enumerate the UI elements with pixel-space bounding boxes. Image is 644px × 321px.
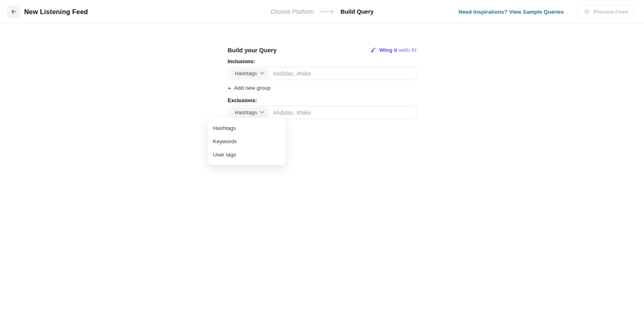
menu-item-hashtags[interactable]: Hashtags [208, 121, 286, 135]
wing-it-label: Wing it [379, 47, 397, 53]
type-dropdown-menu: Hashtags Keywords User tags [208, 117, 286, 165]
quill-sparkle-icon [370, 47, 379, 54]
exclusions-type-select[interactable]: Hashtags [231, 107, 268, 118]
preview-feed-label: Preview Feed [593, 9, 628, 15]
add-new-group-label: Add new group [234, 85, 270, 91]
section-title: Build your Query [228, 47, 277, 54]
top-bar: New Listening Feed Choose Platform Build… [0, 0, 644, 24]
with-ai-label: with AI [399, 47, 417, 53]
eye-icon [584, 8, 590, 15]
inclusions-type-select[interactable]: Hashtags [231, 68, 268, 79]
preview-feed-button[interactable]: Preview Feed [577, 5, 634, 18]
plus-icon: + [228, 85, 231, 91]
arrow-right-icon [320, 9, 334, 14]
query-builder: Build your Query Wing it with AI Inclusi… [228, 24, 417, 119]
inclusions-type-value: Hashtags [235, 70, 257, 76]
back-button[interactable] [7, 5, 21, 19]
inclusions-field: Hashtags [228, 67, 417, 80]
breadcrumb-stepper: Choose Platform Build Query [270, 8, 374, 15]
view-sample-queries-link[interactable]: Need Inspirations? View Sample Queries [458, 9, 564, 15]
add-new-group-button[interactable]: + Add new group [228, 85, 271, 91]
menu-item-keywords[interactable]: Keywords [208, 135, 286, 148]
page-title: New Listening Feed [24, 8, 88, 16]
chevron-down-icon [260, 72, 264, 74]
header-actions: Need Inspirations? View Sample Queries P… [458, 5, 634, 18]
step-build-query: Build Query [341, 8, 374, 15]
inclusions-label: Inclusions: [228, 59, 417, 64]
arrow-left-icon [10, 8, 17, 15]
exclusions-type-value: Hashtags [235, 109, 257, 115]
wing-it-with-ai-button[interactable]: Wing it with AI [370, 47, 417, 54]
menu-item-user-tags[interactable]: User tags [208, 148, 286, 161]
exclusions-query-input[interactable] [268, 109, 416, 116]
exclusions-label: Exclusions: [228, 98, 417, 103]
chevron-down-icon [260, 111, 264, 113]
inclusions-query-input[interactable] [268, 70, 416, 77]
step-choose-platform[interactable]: Choose Platform [270, 8, 314, 15]
